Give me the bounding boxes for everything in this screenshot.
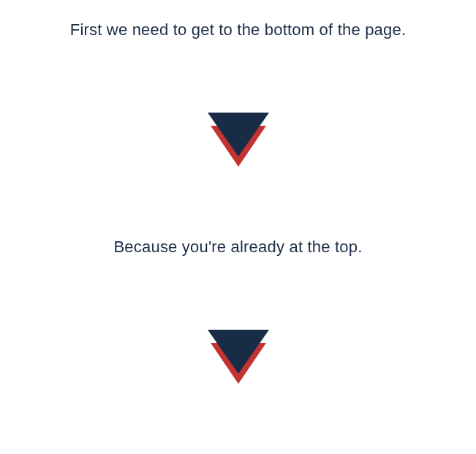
arrow-front-triangle xyxy=(208,330,269,374)
down-arrow-icon xyxy=(205,330,271,371)
instruction-text-1: First we need to get to the bottom of th… xyxy=(70,20,406,39)
instruction-text-2: Because you're already at the top. xyxy=(114,238,363,257)
down-arrow-icon xyxy=(205,113,271,154)
arrow-front-triangle xyxy=(208,113,269,156)
